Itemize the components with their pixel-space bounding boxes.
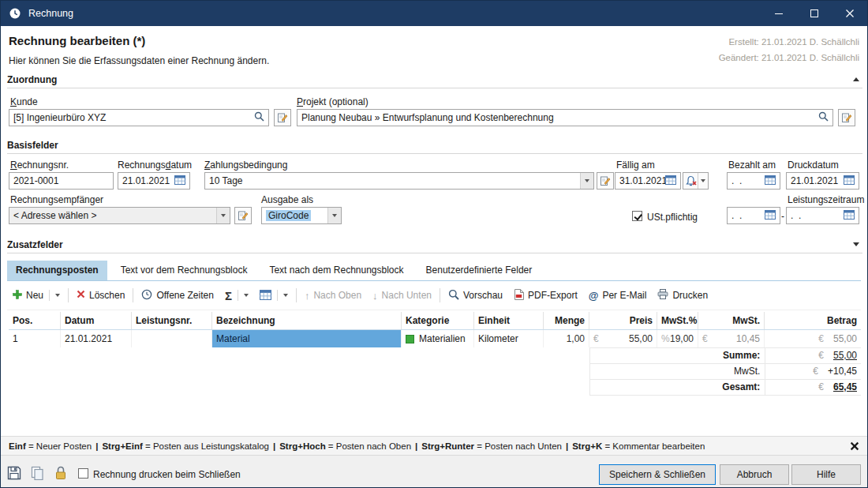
col-header-mwst[interactable]: MwSt. xyxy=(698,312,765,329)
rechnungsnr-input[interactable]: 2021-0001 xyxy=(9,172,114,190)
collapse-zuordnung-icon[interactable] xyxy=(853,77,859,81)
preview-icon xyxy=(448,289,459,302)
zahlungsbedingung-label: Zahlungsbedingung xyxy=(204,160,287,171)
rechnungsnr-label: Rechnungsnr. xyxy=(10,160,69,171)
projekt-edit-button[interactable] xyxy=(838,109,855,126)
erinnerung-dropdown-icon[interactable] xyxy=(698,173,708,189)
zahlungsbedingung-edit-button[interactable] xyxy=(597,172,614,190)
kunde-input[interactable]: [5] Ingenieurbüro XYZ xyxy=(9,109,269,126)
cell-einheit[interactable]: Kilometer xyxy=(474,330,544,347)
rechnungsempfaenger-edit-button[interactable] xyxy=(234,207,252,224)
neu-button[interactable]: Neu xyxy=(7,285,65,306)
cell-datum[interactable]: 21.01.2021 xyxy=(61,330,132,347)
col-header-pos[interactable]: Pos. xyxy=(9,312,61,329)
vorschau-button[interactable]: Vorschau xyxy=(443,285,508,306)
save-close-button[interactable]: Speichern & Schließen xyxy=(599,464,716,485)
invoice-item-row[interactable]: 1 21.01.2021 Material Materialien Kilome… xyxy=(9,330,861,347)
col-header-betrag[interactable]: Betrag xyxy=(765,312,861,329)
col-header-preis[interactable]: Preis xyxy=(589,312,657,329)
druckdatum-input[interactable]: 21.01.2021 xyxy=(786,172,859,190)
tab-benutzerdefinierte-felder[interactable]: Benutzerdefinierte Felder xyxy=(417,261,541,280)
zahlungsbedingung-dropdown-icon[interactable] xyxy=(580,173,593,189)
faellig-am-label: Fällig am xyxy=(616,160,655,171)
col-header-einheit[interactable]: Einheit xyxy=(474,312,544,329)
col-header-mwst-pct[interactable]: MwSt.% xyxy=(657,312,698,329)
col-header-leistungsnr[interactable]: Leistungsnr. xyxy=(132,312,212,329)
col-header-kategorie[interactable]: Kategorie xyxy=(402,312,474,329)
ausgabe-als-label: Ausgabe als xyxy=(261,194,313,205)
minimize-button[interactable] xyxy=(761,1,796,26)
tab-rechnungsposten[interactable]: Rechnungsposten xyxy=(7,261,107,280)
window-title: Rechnung xyxy=(28,8,73,19)
rechnungsdatum-input[interactable]: 21.01.2021 xyxy=(118,172,190,190)
col-header-datum[interactable]: Datum xyxy=(61,312,132,329)
faellig-am-calendar-icon[interactable] xyxy=(665,175,676,187)
cell-mwst[interactable]: € 10,45 xyxy=(698,330,765,347)
cell-kategorie[interactable]: Materialien xyxy=(402,330,474,347)
leistungszeitraum-von-input[interactable]: . . xyxy=(727,207,780,224)
close-button[interactable] xyxy=(832,1,867,26)
gesamt-label: Gesamt: xyxy=(590,380,765,395)
faellig-am-input[interactable]: 31.01.2021 xyxy=(615,172,681,190)
ust-pflichtig-label: USt.pflichtig xyxy=(647,212,698,223)
cell-bezeichnung-selected[interactable]: Material xyxy=(212,330,402,347)
col-header-menge[interactable]: Menge xyxy=(544,312,589,329)
leistungszeitraum-dash: - xyxy=(781,211,784,222)
section-zusatzfelder: Zusatzfelder xyxy=(7,239,862,253)
cell-mwst-pct[interactable]: % 19,00 xyxy=(657,330,698,347)
tab-text-nach-rechnungsblock[interactable]: Text nach dem Rechnungsblock xyxy=(260,261,412,280)
lock-icon[interactable] xyxy=(54,466,67,480)
projekt-input[interactable]: Planung Neubau » Entwurfsplanung und Kos… xyxy=(297,109,833,126)
ausgabe-als-select[interactable]: GiroCode xyxy=(261,207,342,224)
save-icon[interactable] xyxy=(7,466,21,480)
collapse-zusatzfelder-icon[interactable] xyxy=(853,242,859,246)
help-button[interactable]: Hilfe xyxy=(791,464,861,485)
rechnungsempfaenger-dropdown-icon[interactable] xyxy=(216,208,230,223)
cell-menge[interactable]: 1,00 xyxy=(544,330,589,347)
shortcut-statusbar: Einf = Neuer Posten | Strg+Einf = Posten… xyxy=(1,436,867,455)
tab-text-vor-rechnungsblock[interactable]: Text vor dem Rechnungsblock xyxy=(112,261,256,280)
leistungszeitraum-von-calendar-icon[interactable] xyxy=(765,209,776,222)
leistungszeitraum-bis-input[interactable]: . . xyxy=(786,207,859,224)
summe-value: €55,00 xyxy=(765,348,861,363)
maximize-button[interactable] xyxy=(796,1,832,26)
record-meta: Erstellt: 21.01.2021 D. Schällchli Geänd… xyxy=(719,34,859,66)
nach-oben-button[interactable]: ↑ Nach Oben xyxy=(299,285,367,306)
neu-dropdown-icon[interactable] xyxy=(55,294,60,297)
summen-dropdown-icon[interactable] xyxy=(244,294,249,297)
loeschen-button[interactable]: Löschen xyxy=(71,285,130,306)
kunde-edit-button[interactable] xyxy=(274,109,291,126)
bezahlt-am-calendar-icon[interactable] xyxy=(765,175,776,187)
projekt-search-icon[interactable] xyxy=(818,111,829,124)
cell-preis[interactable]: € 55,00 xyxy=(589,330,657,347)
ausgabe-als-dropdown-icon[interactable] xyxy=(327,208,341,223)
mwst-value: €+10,45 xyxy=(765,364,861,379)
rechnungsdatum-calendar-icon[interactable] xyxy=(174,175,185,187)
cell-leistungsnr[interactable] xyxy=(132,330,212,347)
cancel-button[interactable]: Abbruch xyxy=(720,464,789,485)
pdf-export-button[interactable]: PDF-Export xyxy=(508,285,583,306)
kalender-button[interactable] xyxy=(254,285,294,306)
drucken-button[interactable]: Drucken xyxy=(652,285,713,306)
copy-icon[interactable] xyxy=(31,466,44,480)
print-on-close-checkbox[interactable] xyxy=(78,468,88,479)
erinnerung-button[interactable] xyxy=(683,172,709,190)
rechnungsempfaenger-select[interactable]: < Adresse wählen > xyxy=(9,207,230,224)
kalender-dropdown-icon[interactable] xyxy=(283,294,288,297)
ust-pflichtig-checkbox[interactable] xyxy=(632,211,642,221)
per-email-button[interactable]: @ Per E-Mail xyxy=(583,285,653,306)
offene-zeiten-button[interactable]: Offene Zeiten xyxy=(136,285,219,306)
leistungszeitraum-bis-calendar-icon[interactable] xyxy=(844,209,855,222)
zahlungsbedingung-select[interactable]: 10 Tage xyxy=(204,172,594,190)
nach-unten-button[interactable]: ↓ Nach Unten xyxy=(367,285,437,306)
cell-betrag[interactable]: € 55,00 xyxy=(765,330,861,347)
cell-pos[interactable]: 1 xyxy=(9,330,61,347)
bezahlt-am-input[interactable]: . . xyxy=(727,172,780,190)
sigma-icon: Σ xyxy=(225,289,232,302)
druckdatum-calendar-icon[interactable] xyxy=(844,175,855,187)
statusbar-close-icon[interactable] xyxy=(850,441,859,451)
summen-button[interactable]: Σ xyxy=(219,285,254,306)
col-header-bezeichnung[interactable]: Bezeichnung xyxy=(212,312,402,329)
kunde-search-icon[interactable] xyxy=(254,111,264,124)
window-controls xyxy=(761,1,867,26)
